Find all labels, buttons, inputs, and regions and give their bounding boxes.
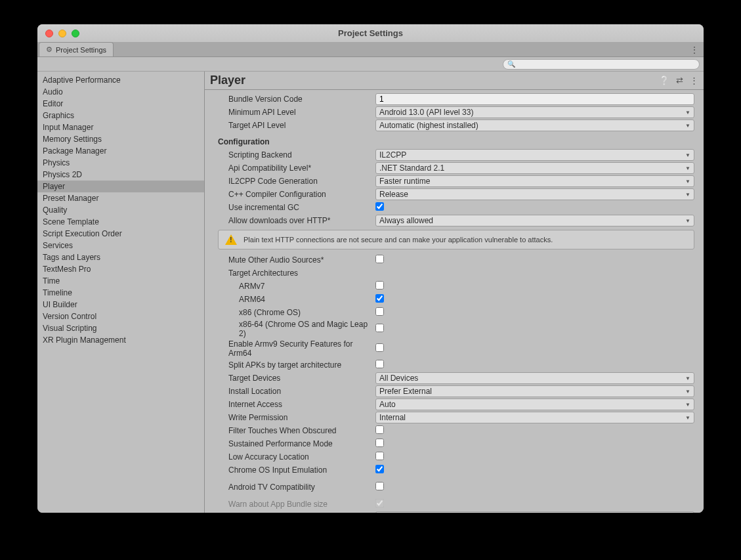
low-accuracy-checkbox[interactable] [375, 452, 384, 460]
mute-audio-checkbox[interactable] [375, 255, 384, 263]
sidebar-item-editor[interactable]: Editor [37, 98, 204, 110]
android-tv-checkbox[interactable] [375, 482, 384, 490]
close-button[interactable] [45, 30, 53, 37]
search-icon: 🔍 [507, 60, 515, 68]
chevron-down-icon: ▼ [685, 123, 690, 129]
warn-bundle-label: Warn about App Bundle size [218, 500, 375, 509]
sidebar-item-scene-template[interactable]: Scene Template [37, 216, 204, 228]
sidebar-item-timeline[interactable]: Timeline [37, 287, 204, 299]
armv9-label: Enable Armv9 Security Features for Arm64 [218, 339, 375, 358]
project-settings-window: Project Settings ⚙ Project Settings ⋮ 🔍 … [37, 24, 704, 513]
x86-64-checkbox[interactable] [375, 324, 384, 332]
bundle-threshold-input [375, 511, 694, 513]
write-permission-dropdown[interactable]: Internal▼ [375, 412, 694, 423]
content-header: Player ❔ ⇄ ⋮ [205, 72, 704, 90]
x86-64-label: x86-64 (Chrome OS and Magic Leap 2) [218, 320, 375, 338]
arm64-label: ARM64 [218, 295, 375, 304]
chevron-down-icon: ▼ [685, 192, 690, 198]
sidebar-item-ui-builder[interactable]: UI Builder [37, 299, 204, 311]
chevron-down-icon: ▼ [685, 152, 690, 158]
target-devices-label: Target Devices [218, 374, 375, 383]
sidebar-item-physics[interactable]: Physics [37, 157, 204, 169]
low-accuracy-label: Low Accuracy Location [218, 452, 375, 462]
sidebar-item-graphics[interactable]: Graphics [37, 110, 204, 121]
more-icon[interactable]: ⋮ [690, 75, 698, 85]
sidebar-item-script-execution-order[interactable]: Script Execution Order [37, 228, 204, 240]
incremental-gc-checkbox[interactable] [375, 202, 384, 211]
preset-icon[interactable]: ⇄ [676, 75, 683, 85]
chevron-down-icon: ▼ [685, 110, 690, 116]
allow-http-dropdown[interactable]: Always allowed▼ [375, 215, 694, 226]
sidebar-item-time[interactable]: Time [37, 275, 204, 287]
chrome-input-label: Chrome OS Input Emulation [218, 465, 375, 475]
sustained-perf-label: Sustained Performance Mode [218, 439, 375, 448]
sidebar-item-memory-settings[interactable]: Memory Settings [37, 133, 204, 145]
x86-label: x86 (Chrome OS) [218, 308, 375, 317]
armv7-label: ARMv7 [218, 282, 375, 291]
window-title: Project Settings [37, 28, 704, 38]
maximize-button[interactable] [72, 30, 79, 37]
incremental-gc-label: Use incremental GC [218, 203, 375, 212]
android-tv-label: Android TV Compatibility [218, 483, 375, 492]
sidebar-item-preset-manager[interactable]: Preset Manager [37, 192, 204, 204]
chevron-down-icon: ▼ [685, 376, 690, 381]
target-api-dropdown[interactable]: Automatic (highest installed)▼ [375, 119, 694, 131]
sidebar-item-visual-scripting[interactable]: Visual Scripting [37, 322, 204, 334]
arm64-checkbox[interactable] [375, 294, 384, 303]
settings-content: Player ❔ ⇄ ⋮ Bundle Version Code Minimum… [205, 72, 704, 513]
chevron-down-icon: ▼ [685, 218, 690, 224]
chrome-input-checkbox[interactable] [375, 465, 384, 473]
titlebar: Project Settings [37, 24, 704, 43]
sidebar-item-quality[interactable]: Quality [37, 204, 204, 216]
sidebar-item-adaptive-performance[interactable]: Adaptive Performance [37, 74, 204, 86]
search-bar: 🔍 [37, 57, 704, 72]
sidebar-item-version-control[interactable]: Version Control [37, 311, 204, 322]
target-api-label: Target API Level [218, 121, 375, 130]
scripting-backend-dropdown[interactable]: IL2CPP▼ [375, 149, 694, 161]
sidebar-item-textmesh-pro[interactable]: TextMesh Pro [37, 263, 204, 275]
bundle-version-code-input[interactable] [375, 93, 694, 105]
install-location-label: Install Location [218, 387, 375, 396]
tab-project-settings[interactable]: ⚙ Project Settings [39, 42, 114, 56]
mute-audio-label: Mute Other Audio Sources* [218, 255, 375, 265]
internet-access-dropdown[interactable]: Auto▼ [375, 398, 694, 410]
sidebar-item-tags-and-layers[interactable]: Tags and Layers [37, 251, 204, 263]
sidebar-item-physics-2d[interactable]: Physics 2D [37, 169, 204, 181]
target-devices-dropdown[interactable]: All Devices▼ [375, 372, 694, 384]
filter-touches-checkbox[interactable] [375, 425, 384, 434]
armv9-checkbox[interactable] [375, 343, 384, 352]
sidebar-item-player[interactable]: Player [37, 181, 204, 192]
page-title: Player [210, 74, 245, 87]
minimize-button[interactable] [58, 30, 66, 37]
sustained-perf-checkbox[interactable] [375, 439, 384, 447]
chevron-down-icon: ▼ [685, 415, 690, 421]
sidebar-item-package-manager[interactable]: Package Manager [37, 145, 204, 157]
install-location-dropdown[interactable]: Prefer External▼ [375, 385, 694, 397]
gear-icon: ⚙ [46, 45, 53, 54]
sidebar-item-xr-plugin-management[interactable]: XR Plugin Management [37, 334, 204, 346]
sidebar-item-audio[interactable]: Audio [37, 86, 204, 98]
chevron-down-icon: ▼ [685, 165, 690, 171]
il2cpp-codegen-dropdown[interactable]: Faster runtime▼ [375, 175, 694, 187]
warn-bundle-checkbox [375, 499, 384, 507]
cpp-compiler-label: C++ Compiler Configuration [218, 190, 375, 199]
help-icon[interactable]: ❔ [659, 75, 669, 85]
api-compat-dropdown[interactable]: .NET Standard 2.1▼ [375, 162, 694, 174]
chevron-down-icon: ▼ [685, 402, 690, 408]
api-compat-label: Api Compatibility Level* [218, 163, 375, 173]
il2cpp-codegen-label: IL2CPP Code Generation [218, 177, 375, 186]
tab-context-menu-button[interactable]: ⋮ [688, 43, 701, 57]
min-api-dropdown[interactable]: Android 13.0 (API level 33)▼ [375, 106, 694, 118]
search-field[interactable]: 🔍 [503, 59, 700, 70]
configuration-section-header: Configuration [218, 132, 694, 148]
search-input[interactable] [518, 60, 695, 68]
content-scroll[interactable]: Bundle Version Code Minimum API Level An… [205, 90, 704, 513]
warning-icon [225, 234, 237, 245]
split-apk-checkbox[interactable] [375, 360, 384, 368]
x86-checkbox[interactable] [375, 307, 384, 316]
cpp-compiler-dropdown[interactable]: Release▼ [375, 188, 694, 200]
armv7-checkbox[interactable] [375, 281, 384, 290]
sidebar-item-input-manager[interactable]: Input Manager [37, 121, 204, 133]
sidebar-item-services[interactable]: Services [37, 240, 204, 251]
filter-touches-label: Filter Touches When Obscured [218, 426, 375, 435]
